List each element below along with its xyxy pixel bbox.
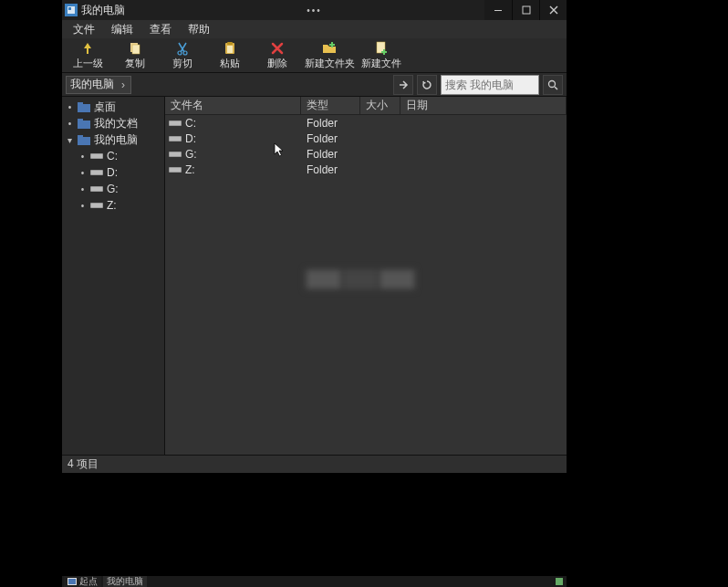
svg-rect-40 [68,579,76,584]
search-button[interactable] [543,75,563,95]
tree-item-C[interactable]: •C: [62,148,164,164]
svg-rect-22 [78,135,83,138]
new-file-icon [374,41,389,56]
tree-item-桌面[interactable]: •桌面 [62,99,164,115]
menu-view[interactable]: 查看 [142,20,179,39]
maximize-button[interactable] [512,0,539,20]
tree-item-G[interactable]: •G: [62,181,164,197]
column-header-date[interactable]: 日期 [400,97,567,114]
svg-point-7 [183,51,187,55]
tree-item-label: 桌面 [94,100,116,115]
address-bar[interactable]: 我的电脑 › [66,76,131,94]
svg-rect-9 [227,42,233,45]
svg-rect-12 [329,44,335,46]
copy-button[interactable]: 复制 [111,38,159,72]
address-bar-row: 我的电脑 › [62,73,567,97]
svg-rect-41 [556,578,563,585]
svg-rect-34 [170,137,181,141]
start-button[interactable]: 起点 [64,576,101,587]
column-header-size[interactable]: 大小 [360,97,400,114]
taskbar-app-label: 我的电脑 [107,576,143,587]
expand-icon[interactable]: • [78,152,87,162]
menu-help[interactable]: 帮助 [181,20,217,39]
close-button[interactable] [539,0,567,20]
up-button[interactable]: 上一级 [64,38,111,72]
svg-rect-36 [170,152,181,156]
file-type-cell: Folder [301,117,360,130]
app-icon [65,4,78,16]
folder-icon [78,101,90,112]
drive-icon [90,200,103,211]
taskbar: 起点 我的电脑 [62,576,567,587]
file-name-cell: Z: [165,163,301,176]
svg-rect-26 [91,171,102,174]
svg-rect-18 [78,102,83,105]
go-button[interactable] [393,75,413,95]
tree-item-label: 我的电脑 [94,132,138,148]
cut-button[interactable]: 剪切 [159,38,206,72]
column-header-type[interactable]: 类型 [301,97,360,114]
tree-item-label: G: [107,183,119,195]
titlebar-grip-icon: ••• [307,5,322,16]
arrow-up-icon [80,41,95,56]
folder-icon [78,134,90,145]
blurred-watermark [305,268,416,290]
system-tray [556,576,565,587]
new-folder-button[interactable]: 新建文件夹 [301,38,358,72]
start-label: 起点 [79,576,98,587]
expand-icon[interactable]: • [78,201,87,211]
collapse-icon[interactable]: ▾ [66,135,74,145]
file-type-cell: Folder [301,148,360,161]
column-header-name[interactable]: 文件名 [165,97,301,114]
paste-icon [223,41,237,56]
folder-icon [78,118,90,129]
new-file-button[interactable]: 新建文件 [358,38,405,72]
menu-edit[interactable]: 编辑 [104,20,140,39]
svg-rect-1 [68,7,71,10]
menubar: 文件 编辑 查看 帮助 [62,20,567,38]
taskbar-app-button[interactable]: 我的电脑 [103,576,147,587]
sidebar-tree: •桌面•我的文档▾我的电脑•C:•D:•G:•Z: [62,97,165,455]
file-row[interactable]: G:Folder [165,146,567,162]
file-row[interactable]: C:Folder [165,115,567,131]
expand-icon[interactable]: • [66,119,74,129]
delete-icon [270,41,285,56]
file-name-cell: D: [165,132,301,145]
drive-icon [90,167,103,178]
svg-rect-19 [78,121,90,129]
svg-rect-32 [170,121,181,125]
tree-item-我的电脑[interactable]: ▾我的电脑 [62,131,164,148]
tree-item-label: 我的文档 [94,116,138,131]
svg-rect-2 [494,10,502,11]
search-input[interactable] [442,76,538,94]
drive-icon [90,183,103,194]
tree-item-Z[interactable]: •Z: [62,197,164,214]
file-row[interactable]: Z:Folder [165,162,567,177]
svg-rect-38 [170,168,181,172]
menu-file[interactable]: 文件 [66,20,102,39]
tree-item-我的文档[interactable]: •我的文档 [62,115,164,131]
svg-rect-15 [381,51,387,53]
refresh-button[interactable] [417,75,437,95]
svg-rect-10 [227,46,233,53]
svg-rect-5 [132,45,140,54]
file-manager-window: 我的电脑 ••• 文件 编辑 查看 帮助 上一级 [62,0,567,473]
tree-item-D[interactable]: •D: [62,164,164,181]
column-headers: 文件名 类型 大小 日期 [165,97,567,115]
tray-icon[interactable] [556,576,563,587]
delete-button[interactable]: 删除 [254,38,301,72]
file-type-cell: Folder [301,132,360,145]
expand-icon[interactable]: • [66,102,74,112]
drive-icon [90,151,103,162]
svg-rect-24 [91,154,102,158]
svg-rect-17 [78,104,90,112]
tree-item-label: D: [107,166,118,179]
search-box[interactable] [441,75,539,95]
expand-icon[interactable]: • [78,168,87,178]
expand-icon[interactable]: • [78,184,87,194]
minimize-button[interactable] [484,0,512,20]
file-row[interactable]: D:Folder [165,131,567,146]
titlebar: 我的电脑 ••• [62,0,567,20]
tree-item-label: C: [107,150,118,162]
paste-button[interactable]: 粘贴 [206,38,254,72]
